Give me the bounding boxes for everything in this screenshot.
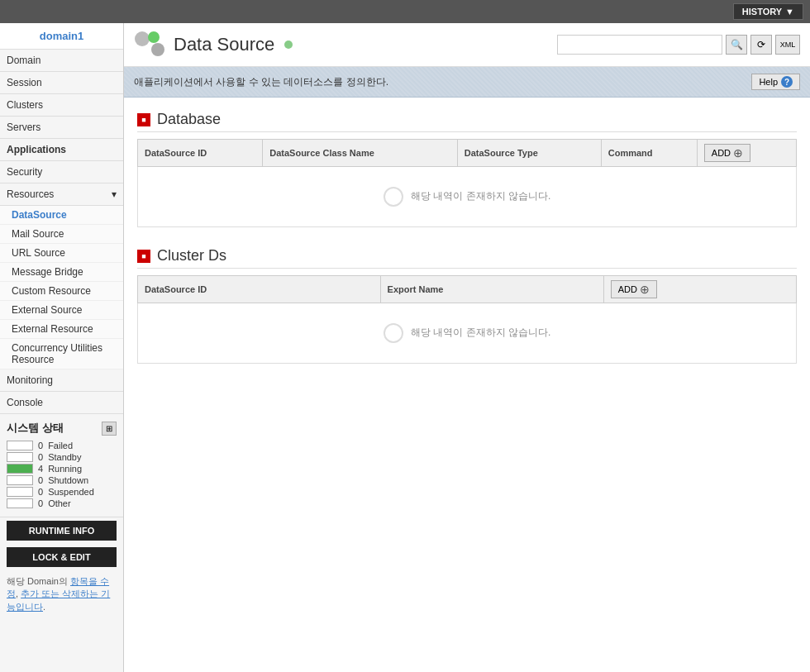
database-add-button[interactable]: ADD ⊕ bbox=[704, 144, 750, 162]
database-section-title: ■ Database bbox=[137, 111, 797, 132]
status-count-standby: 0 bbox=[38, 452, 43, 462]
sidebar-item-custom-resource[interactable]: Custom Resource bbox=[0, 282, 123, 301]
sidebar-item-applications[interactable]: Applications bbox=[0, 139, 123, 161]
database-section: ■ Database DataSource ID DataSource Clas… bbox=[137, 111, 797, 227]
status-count-failed: 0 bbox=[38, 441, 43, 450]
content-body: ■ Database DataSource ID DataSource Clas… bbox=[124, 98, 810, 672]
icon-circle-3 bbox=[151, 43, 164, 56]
status-count-running: 4 bbox=[38, 464, 43, 474]
status-row-failed: 0 Failed bbox=[7, 441, 117, 450]
content-area: Data Source 🔍 ⟳ XML 애플리케이션에서 사용할 수 있는 데이… bbox=[124, 23, 810, 672]
cluster-empty-row: 해당 내역이 존재하지 않습니다. bbox=[138, 303, 797, 364]
top-bar: HISTORY ▼ bbox=[0, 0, 810, 23]
note-link-add[interactable]: 추가 또는 삭 bbox=[21, 589, 71, 598]
db-col-classname: DataSource Class Name bbox=[263, 140, 458, 167]
sidebar-item-mail-source[interactable]: Mail Source bbox=[0, 225, 123, 244]
database-section-name: Database bbox=[157, 111, 221, 128]
database-empty-spinner bbox=[384, 187, 403, 207]
database-empty-row: 해당 내역이 존재하지 않습니다. bbox=[138, 167, 797, 227]
cluster-empty-spinner bbox=[384, 323, 403, 343]
content-header: Data Source 🔍 ⟳ XML bbox=[124, 23, 810, 67]
icon-circle-2 bbox=[148, 31, 160, 43]
sidebar: domain1 Domain Session Clusters Servers … bbox=[0, 23, 124, 672]
sidebar-item-concurrency[interactable]: Concurrency Utilities Resource bbox=[0, 339, 123, 369]
sidebar-resources-label: Resources bbox=[7, 188, 54, 200]
cluster-flag-icon: ■ bbox=[137, 250, 150, 263]
sidebar-item-datasource[interactable]: DataSource bbox=[0, 206, 123, 225]
cluster-table: DataSource ID Export Name ADD ⊕ bbox=[137, 275, 797, 364]
sidebar-item-resources[interactable]: Resources ▾ bbox=[0, 183, 123, 206]
page-icon bbox=[134, 30, 167, 60]
cl-col-id: DataSource ID bbox=[138, 276, 381, 303]
sidebar-item-message-bridge[interactable]: Message Bridge bbox=[0, 263, 123, 282]
status-bar-other bbox=[7, 498, 33, 508]
status-count-shutdown: 0 bbox=[38, 475, 43, 485]
database-empty-cell: 해당 내역이 존재하지 않습니다. bbox=[138, 167, 797, 227]
sidebar-item-servers[interactable]: Servers bbox=[0, 117, 123, 139]
sidebar-item-monitoring[interactable]: Monitoring bbox=[0, 369, 123, 392]
sidebar-item-external-resource[interactable]: External Resource bbox=[0, 320, 123, 339]
status-row-suspended: 0 Suspended bbox=[7, 487, 117, 497]
sidebar-note: 해당 Domain의 항목을 수정, 추가 또는 삭제하는 기능입니다. bbox=[0, 570, 123, 618]
page-status-dot bbox=[284, 41, 293, 49]
system-status-icon-btn[interactable]: ⊞ bbox=[102, 422, 117, 436]
status-label-running: Running bbox=[48, 464, 82, 474]
cluster-section: ■ Cluster Ds DataSource ID Export Name A… bbox=[137, 247, 797, 364]
cluster-add-label: ADD bbox=[618, 284, 637, 294]
main-layout: domain1 Domain Session Clusters Servers … bbox=[0, 23, 810, 672]
system-status-title: 시스템 상태 bbox=[7, 421, 64, 436]
sidebar-item-external-source[interactable]: External Source bbox=[0, 301, 123, 320]
status-bar-running bbox=[7, 464, 33, 474]
help-button[interactable]: Help ? bbox=[751, 74, 800, 90]
cl-col-export: Export Name bbox=[380, 276, 603, 303]
info-text: 애플리케이션에서 사용할 수 있는 데이터소스를 정의한다. bbox=[134, 75, 388, 89]
sidebar-item-console[interactable]: Console bbox=[0, 392, 123, 414]
runtime-info-button[interactable]: RUNTIME INFO bbox=[7, 521, 117, 541]
history-button[interactable]: HISTORY ▼ bbox=[733, 3, 803, 20]
status-bar-failed bbox=[7, 441, 33, 450]
status-bar-shutdown bbox=[7, 475, 33, 485]
sidebar-resources-arrow: ▾ bbox=[112, 188, 117, 200]
cluster-section-title: ■ Cluster Ds bbox=[137, 247, 797, 269]
status-row-shutdown: 0 Shutdown bbox=[7, 475, 117, 485]
status-row-standby: 0 Standby bbox=[7, 452, 117, 462]
search-input[interactable] bbox=[557, 35, 722, 55]
info-bar: 애플리케이션에서 사용할 수 있는 데이터소스를 정의한다. Help ? bbox=[124, 67, 810, 98]
cluster-empty-text: 해당 내역이 존재하지 않습니다. bbox=[411, 326, 550, 338]
database-table: DataSource ID DataSource Class Name Data… bbox=[137, 139, 797, 227]
sidebar-item-url-source[interactable]: URL Source bbox=[0, 244, 123, 263]
status-label-standby: Standby bbox=[48, 452, 81, 462]
cl-add-cell: ADD ⊕ bbox=[603, 276, 796, 303]
status-row-running: 4 Running bbox=[7, 464, 117, 474]
refresh-button[interactable]: ⟳ bbox=[750, 35, 772, 55]
lock-edit-button[interactable]: LOCK & EDIT bbox=[7, 547, 117, 567]
sidebar-item-security[interactable]: Security bbox=[0, 161, 123, 183]
status-label-failed: Failed bbox=[48, 441, 73, 450]
status-row-other: 0 Other bbox=[7, 498, 117, 508]
status-count-suspended: 0 bbox=[38, 487, 43, 497]
sidebar-item-clusters[interactable]: Clusters bbox=[0, 94, 123, 117]
search-button[interactable]: 🔍 bbox=[726, 35, 747, 55]
sidebar-item-domain[interactable]: Domain bbox=[0, 50, 123, 72]
cluster-empty-cell: 해당 내역이 존재하지 않습니다. bbox=[138, 303, 797, 364]
sidebar-item-session[interactable]: Session bbox=[0, 72, 123, 94]
db-col-command: Command bbox=[601, 140, 697, 167]
status-label-other: Other bbox=[48, 498, 71, 508]
database-empty-text: 해당 내역이 존재하지 않습니다. bbox=[411, 190, 550, 202]
status-count-other: 0 bbox=[38, 498, 43, 508]
status-bar-standby bbox=[7, 452, 33, 462]
db-col-id: DataSource ID bbox=[138, 140, 263, 167]
cluster-add-plus-icon: ⊕ bbox=[640, 283, 650, 296]
history-label: HISTORY bbox=[742, 7, 782, 17]
export-button[interactable]: XML bbox=[775, 35, 800, 55]
system-status-panel: 시스템 상태 ⊞ 0 Failed 0 Standby 4 Running 0 bbox=[0, 414, 123, 517]
history-arrow: ▼ bbox=[785, 7, 794, 17]
cluster-add-button[interactable]: ADD ⊕ bbox=[611, 280, 657, 298]
database-flag-icon: ■ bbox=[137, 113, 150, 126]
header-search-area: 🔍 ⟳ XML bbox=[557, 35, 800, 55]
db-add-cell: ADD ⊕ bbox=[697, 140, 796, 167]
status-label-suspended: Suspended bbox=[48, 487, 94, 497]
database-add-plus-icon: ⊕ bbox=[733, 146, 743, 160]
database-add-label: ADD bbox=[712, 148, 731, 158]
sidebar-domain[interactable]: domain1 bbox=[0, 23, 123, 50]
